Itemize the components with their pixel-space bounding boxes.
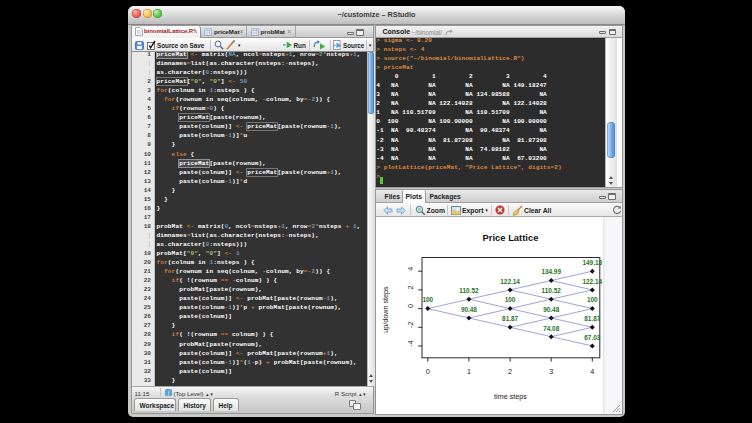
svg-text:134.99: 134.99 [541,268,561,275]
svg-text:-2: -2 [406,322,415,328]
svg-text:4: 4 [590,367,594,376]
svg-text:100: 100 [422,296,433,303]
svg-text:110.52: 110.52 [541,287,561,294]
svg-text:67.03: 67.03 [584,334,600,341]
svg-text:110.52: 110.52 [459,287,479,294]
svg-text:81.87: 81.87 [584,315,600,322]
svg-text:1: 1 [466,367,470,376]
svg-text:3: 3 [549,367,553,376]
svg-text:4: 4 [406,267,415,271]
svg-text:90.48: 90.48 [460,306,476,313]
svg-text:up/down steps: up/down steps [380,286,389,333]
svg-text:149.18: 149.18 [582,259,602,266]
svg-text:81.87: 81.87 [502,315,518,322]
svg-text:122.14: 122.14 [500,278,520,285]
svg-text:0: 0 [406,304,415,308]
svg-text:-4: -4 [406,340,415,346]
svg-text:100: 100 [586,296,597,303]
svg-text:122.14: 122.14 [582,278,602,285]
svg-text:0: 0 [425,367,429,376]
svg-text:90.48: 90.48 [543,306,559,313]
svg-text:time steps: time steps [494,392,527,401]
svg-text:100: 100 [504,296,515,303]
svg-text:74.08: 74.08 [543,325,559,332]
svg-text:Price Lattice: Price Lattice [482,232,538,243]
svg-text:2: 2 [508,367,512,376]
svg-text:2: 2 [406,285,415,289]
